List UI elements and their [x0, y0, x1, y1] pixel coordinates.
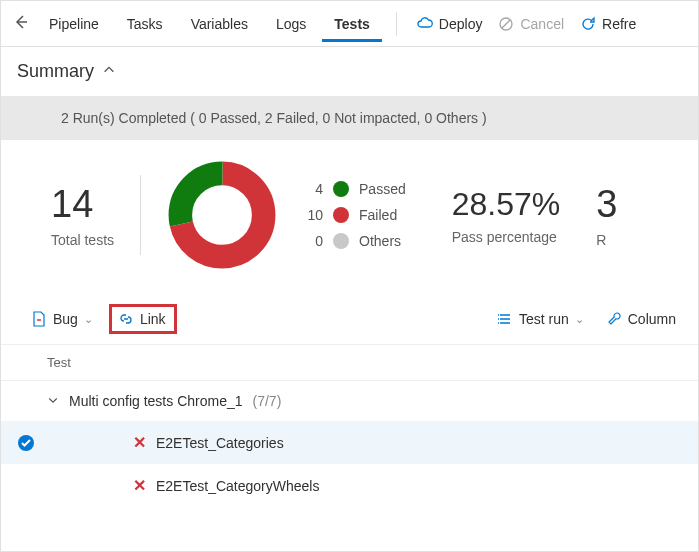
- legend: 4 Passed 10 Failed 0 Others: [303, 181, 406, 249]
- divider: [140, 175, 141, 255]
- link-button-highlight: Link: [109, 304, 177, 334]
- tab-tests[interactable]: Tests: [322, 6, 382, 42]
- list-icon: [497, 311, 513, 327]
- divider: [396, 12, 397, 36]
- edge-label: R: [596, 232, 617, 248]
- link-label: Link: [140, 311, 166, 327]
- group-count: (7/7): [253, 393, 282, 409]
- top-nav: Pipeline Tasks Variables Logs Tests Depl…: [1, 1, 698, 47]
- chevron-down-icon: ⌄: [84, 313, 93, 326]
- legend-passed: 4 Passed: [303, 181, 406, 197]
- status-line: 2 Run(s) Completed ( 0 Passed, 2 Failed,…: [1, 96, 698, 140]
- selected-check-icon: [17, 434, 35, 452]
- total-count: 14: [51, 183, 114, 226]
- refresh-label: Refre: [602, 16, 636, 32]
- bug-file-icon: [31, 311, 47, 327]
- tab-pipeline[interactable]: Pipeline: [37, 6, 111, 42]
- test-name: E2ETest_Categories: [156, 435, 284, 451]
- list-header-test[interactable]: Test: [1, 345, 698, 381]
- test-name: E2ETest_CategoryWheels: [156, 478, 319, 494]
- swatch-failed: [333, 207, 349, 223]
- fail-x-icon: ✕: [133, 476, 146, 495]
- deploy-label: Deploy: [439, 16, 483, 32]
- swatch-others: [333, 233, 349, 249]
- deploy-button[interactable]: Deploy: [411, 10, 489, 38]
- test-row[interactable]: ✕ E2ETest_CategoryWheels: [1, 464, 698, 507]
- results-toolbar: Bug ⌄ Link Test run ⌄ Column: [1, 294, 698, 345]
- chevron-up-icon: [102, 61, 116, 82]
- back-icon[interactable]: [13, 14, 29, 33]
- link-button[interactable]: Link: [118, 309, 166, 329]
- columns-label: Column: [628, 311, 676, 327]
- bug-button[interactable]: Bug ⌄: [25, 307, 99, 331]
- wrench-icon: [606, 311, 622, 327]
- columns-button[interactable]: Column: [600, 307, 682, 331]
- legend-others: 0 Others: [303, 233, 406, 249]
- summary-title: Summary: [17, 61, 94, 82]
- test-run-button[interactable]: Test run ⌄: [491, 307, 590, 331]
- tab-logs[interactable]: Logs: [264, 6, 318, 42]
- test-run-label: Test run: [519, 311, 569, 327]
- results-donut-chart: [167, 160, 277, 270]
- cancel-icon: [498, 16, 514, 32]
- pass-label: Pass percentage: [452, 229, 561, 245]
- total-label: Total tests: [51, 232, 114, 248]
- cancel-label: Cancel: [520, 16, 564, 32]
- tab-variables[interactable]: Variables: [179, 6, 260, 42]
- pass-percentage-block: 28.57% Pass percentage: [452, 186, 561, 245]
- refresh-button[interactable]: Refre: [574, 10, 642, 38]
- summary-header[interactable]: Summary: [1, 47, 698, 96]
- tab-tasks[interactable]: Tasks: [115, 6, 175, 42]
- fail-x-icon: ✕: [133, 433, 146, 452]
- refresh-icon: [580, 16, 596, 32]
- chevron-down-icon: ⌄: [575, 313, 584, 326]
- group-name: Multi config tests Chrome_1: [69, 393, 243, 409]
- test-group-row[interactable]: Multi config tests Chrome_1 (7/7): [1, 381, 698, 421]
- chevron-down-icon: [47, 393, 59, 409]
- link-icon: [118, 311, 134, 327]
- cancel-button: Cancel: [492, 10, 570, 38]
- edge-count: 3: [596, 183, 617, 226]
- legend-failed: 10 Failed: [303, 207, 406, 223]
- edge-stat-block: 3 R: [596, 183, 617, 248]
- swatch-passed: [333, 181, 349, 197]
- cloud-icon: [417, 16, 433, 32]
- pass-percentage: 28.57%: [452, 186, 561, 223]
- total-tests-block: 14 Total tests: [51, 183, 114, 248]
- bug-label: Bug: [53, 311, 78, 327]
- stats-area: 14 Total tests 4 Passed 10 Failed 0 Othe…: [1, 140, 698, 294]
- test-row[interactable]: ✕ E2ETest_Categories: [1, 421, 698, 464]
